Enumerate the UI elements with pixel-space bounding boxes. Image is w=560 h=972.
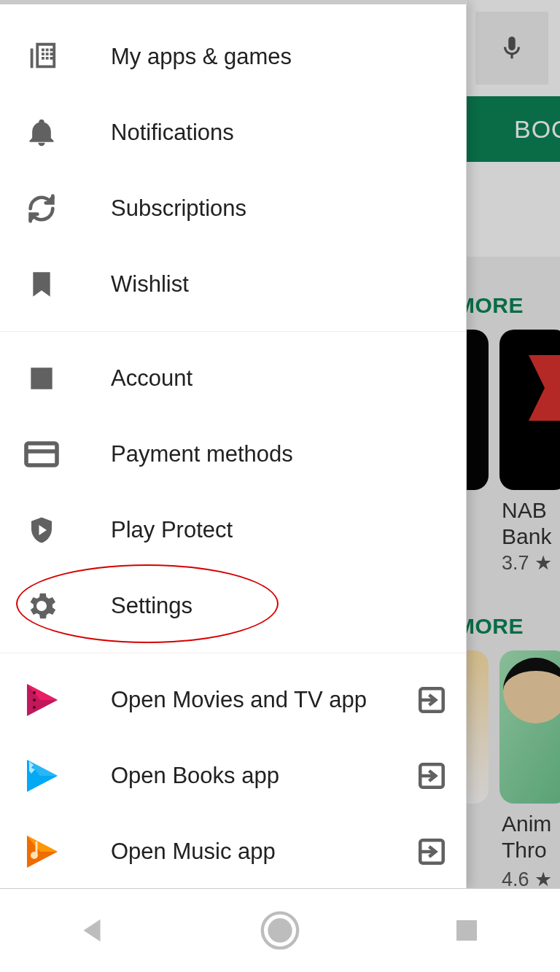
apps-grid-icon (23, 39, 60, 75)
menu-label: Notifications (111, 120, 234, 146)
app-tile[interactable] (499, 650, 560, 804)
svg-point-4 (33, 706, 36, 709)
bell-icon (23, 114, 60, 151)
drawer-section-library: My apps & games Notifications Subscripti… (0, 4, 466, 332)
play-books-icon (23, 758, 60, 794)
microphone-icon (498, 31, 526, 66)
shield-play-icon (23, 512, 60, 548)
menu-label: Open Books app (111, 763, 279, 789)
drawer-section-account: Account Payment methods Play Protect Set… (0, 332, 466, 653)
back-button[interactable] (64, 901, 122, 960)
top-tab-bar[interactable]: BOO (467, 96, 560, 162)
menu-label: Account (111, 365, 192, 392)
svg-point-2 (33, 691, 36, 694)
account-icon (23, 360, 60, 397)
menu-open-books[interactable]: Open Books app (0, 738, 466, 814)
menu-account[interactable]: Account (0, 341, 466, 416)
menu-settings[interactable]: Settings (0, 568, 466, 644)
open-external-icon (415, 683, 448, 717)
square-recents-icon (451, 915, 482, 946)
menu-label: Subscriptions (111, 195, 246, 222)
menu-label: Open Movies and TV app (111, 687, 367, 713)
menu-my-apps[interactable]: My apps & games (0, 19, 466, 95)
app-rating: 3.7 ★ (502, 551, 552, 575)
menu-subscriptions[interactable]: Subscriptions (0, 171, 466, 246)
triangle-back-icon (77, 914, 110, 947)
svg-point-10 (270, 920, 291, 941)
refresh-icon (23, 190, 60, 227)
app-title: NAB Bank (502, 497, 551, 550)
cartoon-face-icon (503, 658, 560, 723)
menu-open-movies[interactable]: Open Movies and TV app (0, 662, 466, 738)
circle-home-icon (259, 909, 301, 952)
app-tile[interactable] (499, 330, 560, 490)
menu-label: Settings (111, 593, 192, 619)
menu-label: Payment methods (111, 441, 293, 467)
tab-books-partial: BOO (514, 115, 560, 144)
app-title: Anim Thro (502, 811, 551, 863)
navigation-drawer: My apps & games Notifications Subscripti… (0, 0, 467, 888)
menu-label: Play Protect (111, 517, 233, 543)
voice-search-button[interactable] (475, 12, 548, 85)
search-bar-area (467, 0, 560, 96)
recents-button[interactable] (438, 901, 496, 960)
menu-open-music[interactable]: Open Music app (0, 814, 466, 890)
credit-card-icon (23, 436, 60, 473)
menu-label: Wishlist (111, 271, 189, 298)
open-external-icon (415, 759, 448, 793)
gear-icon (23, 588, 60, 624)
menu-payment-methods[interactable]: Payment methods (0, 416, 466, 492)
svg-rect-0 (26, 443, 57, 465)
svg-point-3 (33, 699, 36, 701)
play-music-icon (23, 833, 60, 870)
play-movies-icon (23, 682, 60, 718)
open-external-icon (415, 835, 448, 868)
home-button[interactable] (251, 901, 309, 960)
drawer-section-open-apps: Open Movies and TV app Open Books app Op… (0, 653, 466, 899)
category-chip-row[interactable]: o… Fan (467, 162, 560, 257)
menu-wishlist[interactable]: Wishlist (0, 246, 466, 322)
store-content: MORE NAB Bank 3.7 ★ MORE Anim Thro 4.6 ★ (467, 257, 560, 888)
android-system-nav-bar (0, 888, 560, 972)
app-badge-icon (529, 355, 560, 421)
menu-notifications[interactable]: Notifications (0, 95, 466, 171)
menu-label: My apps & games (111, 44, 292, 70)
svg-rect-11 (456, 920, 477, 941)
bookmark-check-icon (23, 266, 60, 303)
menu-label: Open Music app (111, 839, 276, 865)
menu-play-protect[interactable]: Play Protect (0, 492, 466, 568)
